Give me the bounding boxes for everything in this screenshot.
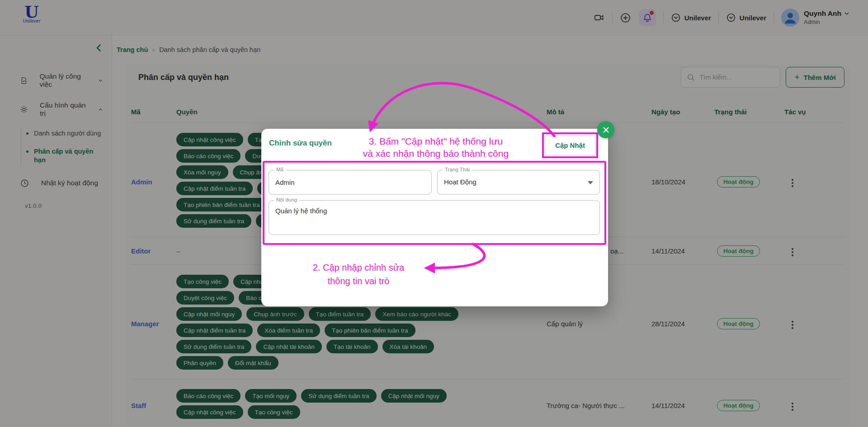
content-field[interactable]: Nội dung Quản lý hệ thống: [269, 200, 600, 235]
code-field[interactable]: Mã: [269, 170, 432, 195]
modal-title: Chỉnh sửa quyền: [269, 139, 332, 148]
update-button[interactable]: Cập Nhật: [545, 135, 595, 155]
status-select[interactable]: Trạng Thái Hoạt Động: [437, 170, 600, 195]
code-input[interactable]: [269, 170, 431, 194]
content-textarea[interactable]: Quản lý hệ thống: [269, 201, 599, 235]
status-field-label: Trạng Thái: [443, 167, 472, 172]
close-icon: [602, 126, 610, 134]
edit-permission-modal: Chỉnh sửa quyền Cập Nhật Mã Trạng Thái H…: [261, 129, 608, 306]
content-field-label: Nội dung: [274, 197, 299, 202]
code-field-label: Mã: [274, 167, 286, 172]
select-arrow-icon: [588, 181, 593, 184]
status-select-value: Hoạt Động: [438, 170, 599, 193]
modal-close-button[interactable]: [597, 121, 614, 138]
